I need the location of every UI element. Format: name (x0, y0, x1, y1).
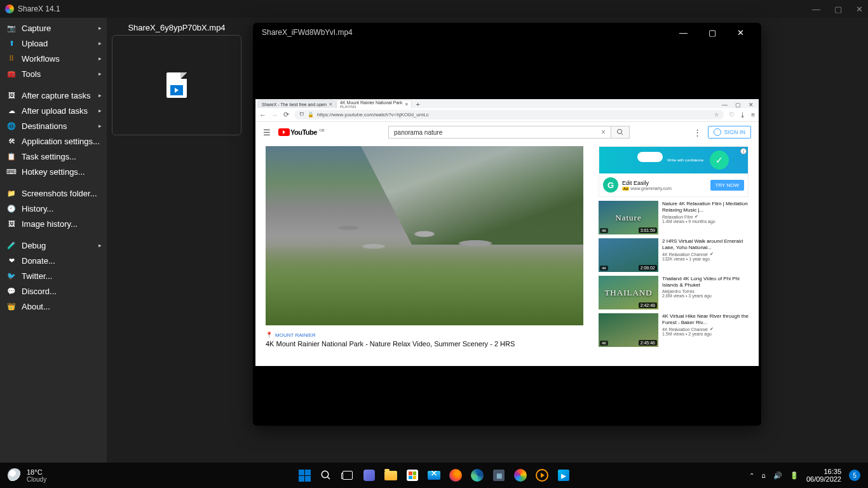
recommendation-item[interactable]: THAILAND 2:42:48 Thailand 4K Long Video … (599, 276, 749, 309)
ad-card[interactable]: Write with confidence ✓ i G Edit Easily … (599, 146, 749, 197)
bookmark-star-icon[interactable]: ☆ (714, 112, 719, 118)
hamburger-icon[interactable]: ☰ (263, 128, 271, 137)
tab-close-icon[interactable]: × (405, 101, 408, 107)
menu-item-screenshots-folder-[interactable]: 📁Screenshots folder... (0, 186, 107, 201)
browser-tab[interactable]: ShareX - The best free and open × (258, 100, 336, 108)
reload-button[interactable]: ⟳ (283, 111, 289, 119)
edge-icon[interactable] (468, 466, 486, 484)
browser-tab-active[interactable]: 4K Mount Rainier National Park PLAYING × (336, 100, 412, 108)
svg-line-1 (621, 133, 623, 135)
menu-item-hotkey-settings-[interactable]: ⌨Hotkey settings... (0, 164, 107, 179)
new-tab-button[interactable]: + (412, 100, 423, 108)
menu-item-task-settings-[interactable]: 📋Task settings... (0, 149, 107, 164)
browser-close-icon[interactable]: ✕ (749, 102, 754, 108)
browser-address-bar: ← → ⟳ ⛉ 🔒 https://www.youtube.com/watch?… (255, 108, 759, 122)
sign-in-button[interactable]: SIGN IN (708, 126, 751, 139)
menu-item-capture[interactable]: 📷Capture▸ (0, 20, 107, 36)
menu-icon[interactable]: ≡ (751, 111, 755, 118)
taskbar-search-icon[interactable] (317, 466, 335, 484)
menu-icon: ⌨ (6, 167, 17, 176)
youtube-header: ☰ YouTube GB panorama nature × (255, 122, 759, 142)
mail-icon[interactable] (425, 466, 443, 484)
menu-item-after-capture-tasks[interactable]: 🖼After capture tasks▸ (0, 88, 107, 103)
clock[interactable]: 16:35 06/09/2022 (806, 468, 841, 483)
menu-item-application-settings-[interactable]: 🛠Application settings... (0, 133, 107, 149)
browser-min-icon[interactable]: — (722, 102, 728, 108)
rec-meta: 132K views • 1 year ago (662, 257, 749, 261)
back-button[interactable]: ← (259, 111, 266, 119)
video-app-icon[interactable]: ▸ (555, 466, 573, 484)
pocket-icon[interactable]: ♡ (729, 111, 735, 118)
menu-item-history-[interactable]: 🕘History... (0, 201, 107, 216)
video-location-tag[interactable]: 📍 MOUNT RAINIER (266, 332, 590, 338)
search-button[interactable] (611, 126, 630, 139)
youtube-logo[interactable]: YouTube GB (278, 128, 325, 136)
video-player[interactable]: SUBSCRIBE (266, 146, 583, 325)
menu-icon: 🐦 (6, 271, 17, 280)
recommendation-item[interactable]: 4K 2:45:46 4K Virtual Hike Near River th… (599, 313, 749, 347)
history-item[interactable]: ShareX_6y8ypP70bX.mp4 (112, 20, 241, 135)
explorer-icon[interactable] (382, 466, 400, 484)
more-icon[interactable]: ⋮ (693, 128, 702, 137)
menu-item-tools[interactable]: 🧰Tools▸ (0, 66, 107, 81)
notification-badge[interactable]: 5 (849, 470, 860, 481)
menu-item-donate-[interactable]: ❤Donate... (0, 253, 107, 268)
menu-item-after-upload-tasks[interactable]: ☁After upload tasks▸ (0, 103, 107, 118)
ad-cta-button[interactable]: TRY NOW (710, 180, 744, 191)
video-editor-icon[interactable]: ▦ (490, 466, 508, 484)
battery-icon[interactable]: 🔋 (790, 471, 799, 480)
chevron-right-icon: ▸ (98, 123, 102, 129)
menu-item-debug[interactable]: 🧪Debug▸ (0, 238, 107, 253)
menu-icon: ❤ (6, 256, 17, 265)
chevron-right-icon: ▸ (98, 40, 102, 46)
downloads-icon[interactable]: ⭳ (740, 111, 746, 118)
forward-button[interactable]: → (271, 111, 278, 119)
menu-icon: 📷 (6, 24, 17, 32)
menu-item-twitter-[interactable]: 🐦Twitter... (0, 268, 107, 283)
tray-expand-icon[interactable]: ⌃ (749, 472, 754, 479)
browser-screenshot: ShareX - The best free and open × 4K Mou… (255, 99, 759, 366)
menu-item-about-[interactable]: 👑About... (0, 299, 107, 314)
menu-item-destinations[interactable]: 🌐Destinations▸ (0, 118, 107, 133)
shield-icon: ⛉ (299, 112, 304, 118)
sidebar: 📷Capture▸⬆Upload▸⠿Workflows▸🧰Tools▸ 🖼Aft… (0, 18, 107, 463)
player-maximize-button[interactable]: ▢ (698, 24, 726, 41)
task-view-icon[interactable] (339, 466, 356, 484)
minimize-button[interactable]: — (812, 4, 820, 14)
tab-close-icon[interactable]: × (329, 101, 332, 107)
player-minimize-button[interactable]: — (669, 24, 698, 41)
maximize-button[interactable]: ▢ (834, 4, 842, 14)
start-button[interactable] (295, 466, 313, 484)
pin-icon: 📍 (266, 332, 273, 338)
chevron-right-icon: ▸ (98, 25, 102, 31)
menu-item-image-history-[interactable]: 🖼Image history... (0, 216, 107, 231)
search-input[interactable]: panorama nature × (388, 126, 611, 139)
sharex-taskbar-icon[interactable] (512, 466, 529, 484)
firefox-icon[interactable] (447, 466, 465, 484)
close-button[interactable]: ✕ (856, 4, 863, 14)
media-player-taskbar-icon[interactable] (533, 466, 551, 484)
menu-item-discord-[interactable]: 💬Discord... (0, 283, 107, 299)
video-title: 4K Mount Rainier National Park - Nature … (266, 340, 590, 348)
rec-channel: 4K Relaxation Channel✔ (662, 327, 749, 332)
clear-search-icon[interactable]: × (601, 128, 606, 137)
recommendation-item[interactable]: 4K 2:08:02 2 HRS Virtual Walk around Eme… (599, 238, 749, 272)
chevron-right-icon: ▸ (98, 92, 102, 98)
store-icon[interactable] (403, 466, 421, 484)
recommendation-item[interactable]: Nature 4K 3:01:59 Nature 4K Relaxation F… (599, 201, 749, 234)
url-bar[interactable]: ⛉ 🔒 https://www.youtube.com/watch?v=hjKO… (294, 110, 724, 119)
volume-icon[interactable]: 🔊 (773, 471, 782, 480)
rec-meta: 2.6M views • 3 years ago (662, 294, 749, 298)
video-file-icon (166, 72, 187, 98)
player-close-button[interactable]: ✕ (726, 24, 755, 41)
browser-max-icon[interactable]: ▢ (735, 102, 741, 108)
menu-icon: 👑 (6, 302, 17, 311)
menu-item-upload[interactable]: ⬆Upload▸ (0, 36, 107, 51)
chat-icon[interactable] (360, 466, 378, 484)
menu-icon: 📋 (6, 152, 17, 161)
menu-item-workflows[interactable]: ⠿Workflows▸ (0, 51, 107, 66)
weather-widget[interactable]: 18°C Cloudy (8, 468, 46, 483)
wifi-icon[interactable]: ⩍ (762, 471, 766, 479)
history-thumbnail[interactable] (112, 35, 241, 135)
ad-info-icon[interactable]: i (740, 148, 747, 154)
